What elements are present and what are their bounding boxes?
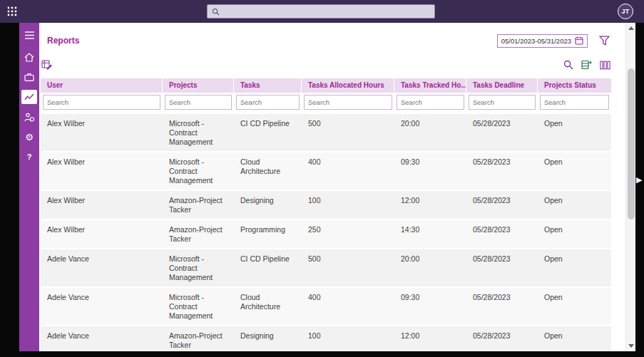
app-launcher-icon[interactable]	[0, 0, 24, 23]
table-row[interactable]: Adele VanceMicrosoft - Contract Manageme…	[41, 288, 611, 326]
scroll-up-icon[interactable]	[626, 24, 636, 33]
table-cell: 09:30	[394, 152, 466, 190]
filter-icon[interactable]	[599, 36, 610, 46]
column-header[interactable]: Tasks Tracked Ho...	[394, 78, 466, 93]
column-header[interactable]: User	[41, 78, 163, 93]
gear-icon[interactable]: ⚙	[21, 130, 37, 144]
table-cell: Open	[538, 249, 611, 286]
table-cell: 100	[302, 326, 394, 351]
column-search-input[interactable]	[397, 95, 464, 110]
table-header-row: UserProjectsTasksTasks Allocated HoursTa…	[41, 78, 611, 93]
table-row[interactable]: Alex WilberAmazon-Project TackerProgramm…	[41, 220, 611, 249]
table-cell: Microsoft - Contract Management	[163, 288, 234, 325]
help-icon[interactable]: ?	[21, 150, 37, 164]
line-chart-icon[interactable]	[21, 90, 37, 104]
table-cell: 12:00	[394, 191, 466, 219]
table-cell: 05/28/2023	[466, 114, 538, 151]
table-cell: 05/28/2023	[466, 220, 538, 248]
column-header[interactable]: Tasks Deadline	[466, 78, 538, 93]
table-cell: Adele Vance	[41, 288, 163, 325]
table-cell: 20:00	[394, 114, 466, 151]
page-header: Reports 05/01/2023-05/31/2023	[47, 33, 610, 48]
column-header[interactable]: Tasks	[234, 78, 302, 93]
table-cell: Amazon-Project Tacker	[163, 326, 234, 351]
column-options-icon[interactable]	[600, 61, 610, 70]
vertical-scrollbar[interactable]	[625, 23, 635, 351]
search-cell	[41, 95, 163, 110]
briefcase-icon[interactable]	[21, 70, 37, 84]
table-cell: 09:30	[394, 288, 466, 325]
table-cell: Adele Vance	[41, 249, 163, 286]
column-search-input[interactable]	[304, 95, 392, 110]
search-cell	[538, 95, 611, 110]
table-cell: 400	[302, 288, 394, 325]
table-row[interactable]: Adele VanceMicrosoft - Contract Manageme…	[41, 249, 611, 288]
scrollbar-thumb[interactable]	[628, 68, 635, 219]
table-cell: Open	[538, 191, 611, 219]
column-header[interactable]: Projects Status	[538, 78, 611, 93]
table-cell: Microsoft - Contract Management	[163, 114, 234, 151]
table-cell: 500	[302, 249, 394, 286]
search-cell	[163, 95, 234, 110]
sidebar-nav: ⚙ ?	[19, 23, 39, 351]
table-cell: Alex Wilber	[41, 191, 163, 219]
menu-icon[interactable]	[21, 28, 37, 42]
table-row[interactable]: Alex WilberMicrosoft - Contract Manageme…	[41, 114, 611, 152]
page-title: Reports	[47, 36, 79, 46]
table-cell: 500	[302, 114, 394, 151]
table-body: Alex WilberMicrosoft - Contract Manageme…	[41, 114, 611, 351]
table-cell: Programming	[234, 220, 302, 248]
frame-bottom-edge	[0, 351, 644, 357]
next-arrow-icon[interactable]: ▶	[636, 176, 642, 184]
date-range-input[interactable]: 05/01/2023-05/31/2023	[497, 34, 588, 48]
person-coin-icon[interactable]	[21, 110, 37, 124]
table-row[interactable]: Alex WilberMicrosoft - Contract Manageme…	[41, 152, 611, 191]
table-cell: Microsoft - Contract Management	[163, 249, 234, 286]
search-cell	[302, 95, 394, 110]
table-cell: 12:00	[394, 326, 466, 351]
reports-table: UserProjectsTasksTasks Allocated HoursTa…	[41, 78, 611, 351]
table-cell: 20:00	[394, 249, 466, 286]
column-search-input[interactable]	[469, 95, 536, 110]
table-row[interactable]: Adele VanceAmazon-Project TackerDesignin…	[41, 326, 611, 351]
column-header[interactable]: Projects	[163, 78, 234, 93]
table-cell: 05/28/2023	[466, 191, 538, 219]
table-cell: 100	[302, 191, 394, 219]
table-cell: Cloud Architecture	[234, 152, 302, 190]
home-icon[interactable]	[21, 50, 37, 64]
table-cell: 05/28/2023	[466, 249, 538, 286]
export-excel-icon[interactable]	[581, 60, 592, 70]
edit-table-icon[interactable]	[41, 60, 53, 71]
table-search-row	[41, 95, 611, 110]
table-cell: Designing	[234, 326, 302, 351]
table-cell: 14:30	[394, 220, 466, 248]
main-content: Reports 05/01/2023-05/31/2023	[39, 23, 625, 351]
global-search-input[interactable]	[223, 8, 430, 16]
table-row[interactable]: Alex WilberAmazon-Project TackerDesignin…	[41, 191, 611, 220]
table-cell: Amazon-Project Tacker	[163, 220, 234, 248]
avatar[interactable]: JT	[618, 4, 633, 19]
column-header[interactable]: Tasks Allocated Hours	[302, 78, 394, 93]
table-cell: 400	[302, 152, 394, 190]
calendar-icon[interactable]	[575, 36, 583, 45]
table-cell: CI CD Pipeline	[234, 249, 302, 286]
grid-search-icon[interactable]	[563, 60, 573, 70]
date-range-value: 05/01/2023-05/31/2023	[501, 37, 571, 45]
table-cell: 250	[302, 220, 394, 248]
column-search-input[interactable]	[540, 95, 609, 110]
table-cell: Open	[538, 326, 611, 351]
table-cell: 05/28/2023	[466, 326, 538, 351]
table-cell: 05/28/2023	[466, 288, 538, 325]
grid-toolbar	[41, 59, 610, 71]
column-search-input[interactable]	[236, 95, 300, 110]
column-search-input[interactable]	[43, 95, 160, 110]
global-search-box[interactable]	[207, 4, 435, 19]
waffle-dots	[7, 6, 17, 16]
scroll-down-icon[interactable]	[626, 341, 636, 351]
column-search-input[interactable]	[165, 95, 232, 110]
table-cell: Open	[538, 152, 611, 190]
table-cell: Microsoft - Contract Management	[163, 152, 234, 190]
table-cell: 05/28/2023	[466, 152, 538, 190]
search-cell	[466, 95, 538, 110]
table-cell: Cloud Architecture	[234, 288, 302, 325]
